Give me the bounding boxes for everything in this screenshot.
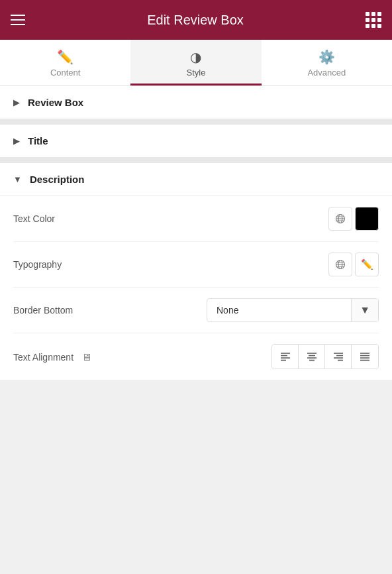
tabs-bar: ✏️ Content ◑ Style ⚙️ Advanced [0, 40, 392, 86]
review-box-section-header[interactable]: ▶ Review Box [0, 86, 392, 119]
align-center-button[interactable] [299, 345, 325, 369]
border-bottom-value: None [207, 300, 351, 321]
title-section-header[interactable]: ▶ Title [0, 125, 392, 158]
typography-global-button[interactable] [328, 253, 352, 276]
dropdown-arrow-icon: ▼ [351, 299, 378, 321]
typography-row: Typography ✏️ [13, 242, 379, 288]
description-chevron-icon: ▼ [13, 174, 22, 184]
align-left-icon [280, 352, 291, 361]
align-right-icon [333, 352, 344, 361]
align-justify-button[interactable] [352, 345, 378, 369]
align-justify-icon [360, 352, 370, 361]
review-box-chevron-icon: ▶ [13, 97, 20, 107]
typography-label: Typography [13, 259, 62, 270]
gear-icon: ⚙️ [318, 49, 335, 65]
tab-content-label: Content [50, 68, 81, 78]
typography-edit-button[interactable]: ✏️ [355, 253, 379, 276]
tab-style[interactable]: ◑ Style [130, 40, 261, 86]
apps-grid-icon[interactable] [366, 12, 381, 28]
description-section-header[interactable]: ▼ Description [0, 163, 392, 196]
monitor-icon: 🖥 [81, 351, 91, 363]
tab-style-label: Style [187, 68, 206, 78]
hamburger-menu-icon[interactable] [11, 15, 25, 25]
tab-content[interactable]: ✏️ Content [0, 40, 130, 86]
text-alignment-controls [271, 344, 379, 369]
description-section-title: Description [30, 174, 85, 185]
text-alignment-label: Text Alignment 🖥 [13, 351, 91, 363]
section-divider-2 [0, 158, 392, 163]
align-left-button[interactable] [272, 345, 299, 369]
border-bottom-dropdown[interactable]: None ▼ [207, 298, 379, 322]
title-chevron-icon: ▶ [13, 136, 20, 146]
title-section-title: Title [28, 135, 48, 146]
tab-advanced[interactable]: ⚙️ Advanced [262, 40, 392, 86]
globe-icon-2 [335, 259, 346, 270]
text-color-swatch[interactable] [355, 207, 379, 231]
description-section: ▼ Description Text Color [0, 163, 392, 380]
text-color-global-button[interactable] [328, 207, 352, 231]
page-title: Edit Review Box [147, 13, 244, 28]
text-color-label: Text Color [13, 213, 55, 224]
text-color-controls [328, 207, 379, 231]
globe-icon [335, 213, 346, 224]
border-bottom-row: Border Bottom None ▼ [13, 288, 379, 333]
text-alignment-row: Text Alignment 🖥 [13, 333, 379, 380]
review-box-section-title: Review Box [28, 97, 83, 108]
text-color-row: Text Color [13, 196, 379, 242]
pen-icon: ✏️ [361, 258, 373, 270]
header: Edit Review Box [0, 0, 392, 40]
tab-advanced-label: Advanced [307, 68, 346, 78]
half-circle-icon: ◑ [190, 49, 201, 65]
align-center-icon [307, 352, 317, 361]
description-fields: Text Color Typography [0, 196, 392, 380]
align-right-button[interactable] [325, 345, 352, 369]
pencil-icon: ✏️ [57, 49, 74, 65]
border-bottom-label: Border Bottom [13, 305, 73, 316]
section-divider-1 [0, 119, 392, 125]
typography-controls: ✏️ [328, 253, 379, 276]
